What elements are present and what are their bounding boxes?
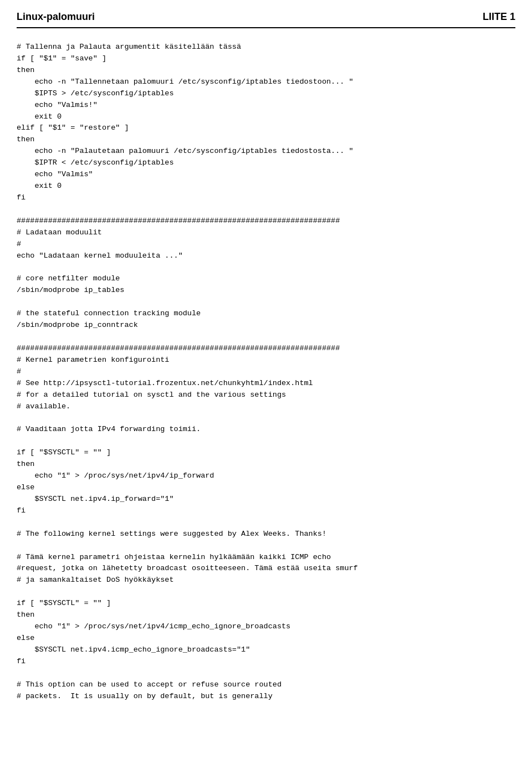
code-content: # Tallenna ja Palauta argumentit käsitel… <box>17 42 515 703</box>
page: Linux-palomuuri LIITE 1 # Tallenna ja Pa… <box>0 0 532 784</box>
page-header: Linux-palomuuri LIITE 1 <box>17 11 515 28</box>
header-title-left: Linux-palomuuri <box>17 11 95 23</box>
header-title-right: LIITE 1 <box>483 11 515 23</box>
